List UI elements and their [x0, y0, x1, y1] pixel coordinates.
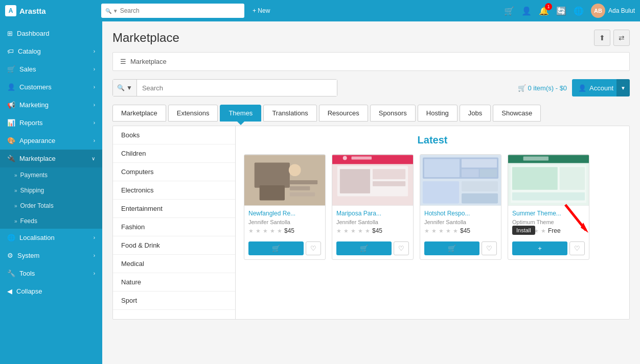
favorite-button-2[interactable]: ♡ — [394, 241, 409, 255]
top-search-input[interactable] — [120, 7, 240, 14]
customers-icon: 👤 — [7, 83, 15, 91]
arrow-icon: » — [14, 203, 17, 209]
tab-themes[interactable]: Themes — [220, 105, 261, 122]
install-button-4[interactable]: + — [512, 241, 567, 255]
product-actions-3: 🛒 ♡ — [420, 241, 501, 259]
sub-item-label: Feeds — [20, 217, 37, 225]
tab-resources[interactable]: Resources — [319, 105, 368, 122]
new-button[interactable]: + New — [248, 5, 274, 16]
sidebar-item-label: Dashboard — [17, 30, 50, 37]
products-grid: Newfangled Re... Jennifer Santolla ★ ★ ★… — [244, 154, 621, 260]
globe-icon[interactable]: 🌐 — [574, 6, 584, 16]
tab-extensions[interactable]: Extensions — [168, 105, 218, 122]
content-search-input[interactable] — [137, 80, 337, 96]
refresh-icon[interactable]: 🔄 — [556, 6, 566, 16]
chevron-right-icon: › — [94, 253, 95, 258]
brand-icon: A — [5, 5, 16, 16]
category-children[interactable]: Children — [113, 144, 235, 163]
product-image-2 — [332, 155, 413, 206]
tab-jobs[interactable]: Jobs — [460, 105, 491, 122]
category-nature[interactable]: Nature — [113, 273, 235, 292]
sidebar-item-marketplace[interactable]: 🔌 Marketplace ∨ — [0, 150, 102, 167]
sidebar-item-reports[interactable]: 📊 Reports › — [0, 114, 102, 132]
add-to-cart-button-2[interactable]: 🛒 — [336, 241, 392, 255]
sidebar-item-catalog[interactable]: 🏷 Catalog › — [0, 42, 102, 60]
account-button[interactable]: 👤 Account ▼ — [572, 79, 630, 96]
arrow-icon: » — [14, 188, 17, 193]
reports-icon: 📊 — [7, 119, 15, 127]
sidebar-sub-order-totals[interactable]: » Order Totals — [0, 198, 102, 213]
add-to-cart-button-1[interactable]: 🛒 — [248, 241, 304, 255]
page-title: Marketplace — [112, 31, 179, 45]
brand-logo[interactable]: A Arastta — [5, 5, 97, 16]
search-dropdown-arrow[interactable]: ▼ — [126, 84, 132, 91]
account-dropdown-arrow[interactable]: ▼ — [616, 79, 630, 96]
favorite-button-1[interactable]: ♡ — [306, 241, 321, 255]
tab-showcase[interactable]: Showcase — [493, 105, 541, 122]
sidebar-sub-payments[interactable]: » Payments — [0, 167, 102, 183]
sidebar-item-marketing[interactable]: 📢 Marketing › — [0, 96, 102, 114]
category-computers[interactable]: Computers — [113, 163, 235, 181]
sidebar-item-customers[interactable]: 👤 Customers › — [0, 78, 102, 96]
chevron-right-icon: › — [94, 48, 95, 54]
sidebar-sub-shipping[interactable]: » Shipping — [0, 183, 102, 198]
tab-sponsors[interactable]: Sponsors — [370, 105, 416, 122]
svg-rect-4 — [290, 180, 317, 184]
add-to-cart-button-3[interactable]: 🛒 — [424, 241, 479, 255]
sidebar-item-system[interactable]: ⚙ System › — [0, 247, 102, 264]
svg-rect-6 — [290, 192, 315, 197]
notification-icon[interactable]: 🔔 1 — [539, 6, 549, 16]
tab-translations[interactable]: Translations — [263, 105, 316, 122]
star-icon: ★ — [424, 228, 429, 234]
sidebar-item-localisation[interactable]: 🌐 Localisation › — [0, 229, 102, 247]
product-price-2: $45 — [372, 227, 382, 234]
tab-hosting[interactable]: Hosting — [418, 105, 458, 122]
products-title: Latest — [244, 134, 621, 146]
breadcrumb: ☰ Marketplace — [112, 52, 630, 71]
cart-text[interactable]: 🛒 0 item(s) - $0 — [518, 84, 567, 92]
cart-account-area: 🛒 0 item(s) - $0 👤 Account ▼ — [518, 79, 630, 96]
search-account-row: 🔍 ▼ 🛒 0 item(s) - $0 👤 Account ▼ — [112, 79, 630, 96]
sidebar-item-dashboard[interactable]: ⊞ Dashboard — [0, 25, 102, 42]
category-fashion[interactable]: Fashion — [113, 218, 235, 236]
category-sport[interactable]: Sport — [113, 292, 235, 310]
product-card-4: Summer Theme... Optimum Theme ★ ★ ★ ★ ★ … — [508, 154, 589, 260]
user-area[interactable]: AB Ada Bulut — [591, 4, 635, 18]
svg-rect-2 — [260, 185, 285, 201]
favorite-button-3[interactable]: ♡ — [482, 241, 497, 255]
content-search[interactable]: 🔍 ▼ — [112, 79, 337, 96]
category-entertainment[interactable]: Entertainment — [113, 200, 235, 218]
cart-icon[interactable]: 🛒 — [504, 6, 514, 16]
category-books[interactable]: Books — [113, 126, 235, 144]
category-electronics[interactable]: Electronics — [113, 181, 235, 200]
sidebar-item-tools[interactable]: 🔧 Tools › — [0, 264, 102, 282]
favorite-button-4[interactable]: ♡ — [569, 241, 585, 255]
svg-rect-28 — [560, 167, 585, 189]
search-dropdown-icon[interactable]: 🔍 ▼ — [105, 8, 118, 14]
shuffle-button[interactable]: ⇄ — [613, 30, 630, 46]
top-search-bar[interactable]: 🔍 ▼ — [101, 4, 244, 18]
sub-item-label: Shipping — [20, 187, 44, 194]
upload-button[interactable]: ⬆ — [594, 30, 610, 46]
category-medical[interactable]: Medical — [113, 255, 235, 273]
breadcrumb-text: Marketplace — [130, 58, 167, 65]
tab-marketplace[interactable]: Marketplace — [112, 105, 166, 122]
sidebar-collapse-button[interactable]: ◀ Collapse — [0, 282, 102, 300]
sidebar-item-sales[interactable]: 🛒 Sales › — [0, 60, 102, 78]
product-card-1: Newfangled Re... Jennifer Santolla ★ ★ ★… — [244, 154, 326, 260]
main-content: Marketplace ⬆ ⇄ ☰ Marketplace 🔍 ▼ 🛒 0 — [102, 21, 640, 364]
svg-rect-10 — [340, 169, 370, 193]
svg-rect-23 — [462, 193, 498, 204]
sidebar-item-appearance[interactable]: 🎨 Appearance › — [0, 132, 102, 150]
sidebar-sub-feeds[interactable]: » Feeds — [0, 213, 102, 229]
product-card-2: Mariposa Para... Jennifer Santolla ★ ★ ★… — [332, 154, 414, 260]
chevron-right-icon: › — [94, 120, 95, 126]
sidebar-item-label: Appearance — [19, 137, 55, 144]
svg-rect-22 — [462, 181, 498, 191]
content-search-button[interactable]: 🔍 ▼ — [113, 80, 137, 96]
products-area: Latest — [236, 126, 629, 319]
category-food-drink[interactable]: Food & Drink — [113, 236, 235, 255]
product-rating-2: ★ ★ ★ ★ ★ $45 — [336, 227, 409, 234]
page-header-actions: ⬆ ⇄ — [594, 30, 630, 46]
user-icon[interactable]: 👤 — [521, 6, 532, 16]
